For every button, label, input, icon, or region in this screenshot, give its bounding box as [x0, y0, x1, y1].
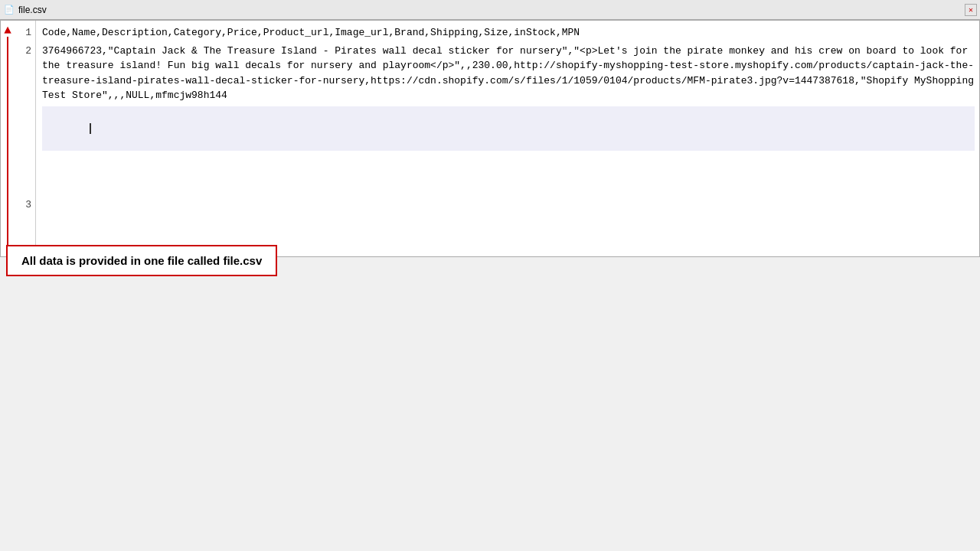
line-number-2: 2	[25, 44, 31, 59]
note-box: All data is provided in one file called …	[6, 245, 277, 276]
editor-area: ▲ 1 2 3 Code,Name,Description,Category,P…	[0, 20, 980, 257]
code-line-1: Code,Name,Description,Category,Price,Pro…	[42, 25, 975, 41]
title-bar: 📄 file.csv ✕	[0, 0, 980, 20]
file-icon: 📄	[3, 4, 15, 16]
arrow-stem	[7, 37, 8, 256]
arrow-icon: ▲	[4, 24, 11, 37]
code-line-3	[42, 106, 975, 152]
cursor	[90, 123, 91, 134]
code-line-2: 3764966723,"Captain Jack & The Treasure …	[42, 44, 975, 103]
app-window: 📄 file.csv ✕ ▲ 1 2 3 Code,Name,Descripti…	[0, 0, 980, 551]
code-editor[interactable]: Code,Name,Description,Category,Price,Pro…	[36, 21, 979, 256]
note-text: All data is provided in one file called …	[21, 254, 262, 267]
title-bar-filename: file.csv	[18, 5, 965, 15]
arrow-column: ▲	[1, 21, 15, 256]
line-numbers: 1 2 3	[15, 21, 36, 256]
close-button[interactable]: ✕	[965, 4, 977, 16]
line-number-3: 3	[25, 197, 31, 213]
line-number-1: 1	[25, 25, 31, 41]
